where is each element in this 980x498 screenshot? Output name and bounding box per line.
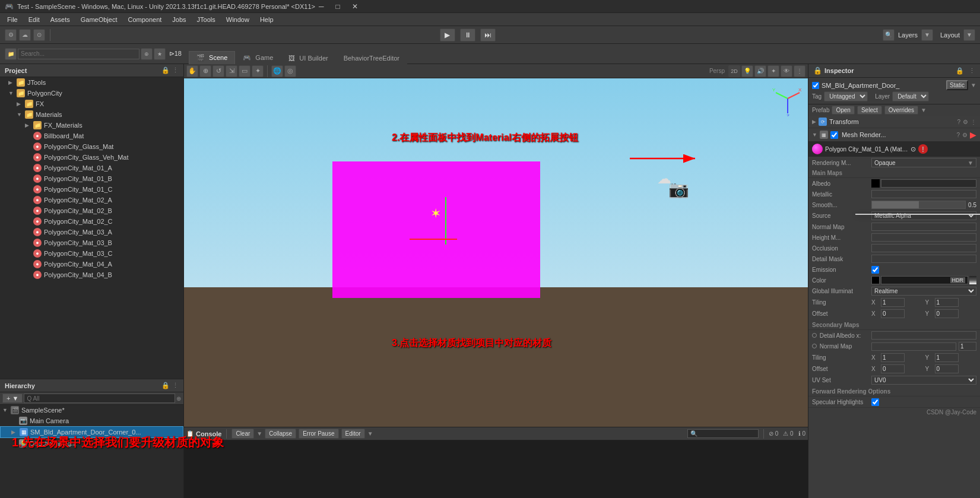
hierarchy-search-input[interactable]	[27, 395, 172, 402]
hierarchy-menu-icon[interactable]: ⋮	[172, 382, 179, 389]
close-button[interactable]: ✕	[348, 2, 361, 11]
menu-jobs[interactable]: Jobs	[167, 15, 191, 24]
detail-albedo-texture[interactable]	[871, 331, 976, 340]
project-search-input[interactable]	[21, 50, 137, 57]
tiling-y-input[interactable]	[935, 298, 959, 307]
vp-menu-btn[interactable]: ⋮	[794, 65, 805, 77]
smoothness-slider[interactable]	[871, 201, 966, 209]
vp-transform-tool[interactable]: ✦	[252, 65, 264, 77]
console-editor-arrow[interactable]: ▼	[367, 430, 373, 437]
normal-map2-value[interactable]	[959, 342, 976, 351]
vp-fx-icon[interactable]: ✦	[767, 65, 779, 77]
vp-audio-icon[interactable]: 🔊	[754, 65, 766, 77]
vp-pivot-icon[interactable]: ◎	[284, 65, 296, 77]
albedo-texture[interactable]	[881, 179, 976, 188]
search-icon[interactable]: 🔍	[883, 29, 895, 41]
cloud-icon[interactable]: ☁	[19, 29, 31, 41]
menu-assets[interactable]: Assets	[46, 15, 75, 24]
step-button[interactable]: ⏭	[480, 28, 496, 42]
project-tree-item[interactable]: ●PolygonCity_Mat_03_B	[0, 237, 183, 248]
project-panel-icon[interactable]: 📁	[5, 48, 17, 60]
vp-2d-btn[interactable]: 2D	[728, 65, 740, 77]
tab-behavior-tree[interactable]: BehaviorTreeEditor	[336, 52, 407, 64]
proj-filter1[interactable]: ⊕	[141, 48, 153, 60]
project-tree-item[interactable]: ●PolygonCity_Mat_02_B	[0, 205, 183, 216]
prefab-open-button[interactable]: Open	[832, 106, 854, 115]
menu-jtools[interactable]: JTools	[192, 15, 220, 24]
offset-x-input[interactable]	[881, 309, 905, 318]
vp-rect-tool[interactable]: ▭	[239, 65, 250, 77]
tab-ui-builder[interactable]: 🖼 UI Builder	[281, 52, 335, 64]
proj-filter2[interactable]: ★	[154, 48, 166, 60]
menu-component[interactable]: Component	[123, 15, 166, 24]
project-tree-item[interactable]: ●PolygonCity_Mat_03_A	[0, 227, 183, 237]
albedo-color[interactable]	[871, 179, 880, 188]
vp-rotate-tool[interactable]: ↺	[213, 65, 224, 77]
offset2-y-input[interactable]	[935, 364, 959, 373]
console-clear-arrow[interactable]: ▼	[256, 430, 262, 437]
height-texture[interactable]	[871, 233, 976, 242]
tiling-x-input[interactable]	[881, 298, 905, 307]
project-tree-item[interactable]: ▶📁JTools	[0, 77, 183, 88]
rendering-dropdown-icon[interactable]: ▼	[968, 160, 973, 166]
minimize-button[interactable]: ─	[315, 2, 328, 11]
hierarchy-lock-icon[interactable]: 🔒	[161, 382, 170, 389]
transform-header[interactable]: ▶ ⟳ Transform ? ⚙ ⋮	[808, 116, 980, 128]
vp-scale-tool[interactable]: ⇲	[226, 65, 237, 77]
tag-dropdown[interactable]: Untagged	[824, 91, 868, 101]
layer-dropdown[interactable]: Default	[892, 91, 929, 101]
mesh-renderer-help-button[interactable]: ?	[956, 132, 960, 138]
layers-dropdown-icon[interactable]: ▼	[921, 29, 933, 41]
project-tree-item[interactable]: ●PolygonCity_Mat_04_A	[0, 259, 183, 269]
menu-file[interactable]: File	[2, 15, 23, 24]
vp-light-icon[interactable]: 💡	[741, 65, 753, 77]
project-tree-item[interactable]: ▼📁Materials	[0, 109, 183, 120]
object-active-checkbox[interactable]	[812, 82, 819, 89]
settings-icon[interactable]: ⊙	[33, 29, 45, 41]
offset2-x-input[interactable]	[881, 364, 905, 373]
project-tree-item[interactable]: ▶📁FX	[0, 99, 183, 109]
color-value[interactable]: HDR	[881, 276, 968, 284]
material-edit-button[interactable]: !	[918, 144, 928, 154]
detail-mask-texture[interactable]	[871, 255, 976, 263]
project-tree-item[interactable]: ●PolygonCity_Mat_01_B	[0, 173, 183, 184]
offset-y-input[interactable]	[935, 309, 959, 318]
mesh-renderer-checkbox[interactable]	[830, 131, 838, 139]
hierarchy-item[interactable]: 📷Main Camera	[0, 415, 183, 426]
tiling2-y-input[interactable]	[935, 353, 959, 362]
project-tree-item[interactable]: ●Billboard_Mat	[0, 131, 183, 141]
material-target-button[interactable]: ⊙	[911, 145, 916, 153]
add-gameobject-button[interactable]: + ▼	[2, 394, 23, 403]
mesh-renderer-header[interactable]: ▼ ▦ Mesh Render... ? ⚙ ▶	[808, 128, 980, 141]
project-menu-icon[interactable]: ⋮	[172, 66, 179, 74]
layout-dropdown-icon[interactable]: ▼	[963, 29, 975, 41]
tiling2-x-input[interactable]	[881, 353, 905, 362]
normal-texture[interactable]	[871, 223, 976, 231]
pause-button[interactable]: ⏸	[460, 28, 475, 42]
prefab-overrides-arrow[interactable]: ▼	[921, 107, 927, 113]
project-lock-icon[interactable]: 🔒	[161, 66, 170, 74]
menu-window[interactable]: Window	[221, 15, 254, 24]
inspector-lock-icon[interactable]: 🔒	[956, 67, 964, 75]
uv-set-dropdown[interactable]: UV0 UV1	[871, 376, 976, 385]
project-tree-item[interactable]: ▼📁PolygonCity	[0, 88, 183, 99]
vp-globe-icon[interactable]: 🌐	[271, 65, 283, 77]
static-dropdown[interactable]: ▼	[971, 82, 976, 88]
tab-scene[interactable]: 🎬 Scene	[189, 51, 235, 64]
project-tree-item[interactable]: ●PolygonCity_Glass_Veh_Mat	[0, 152, 183, 163]
specular-highlights-checkbox[interactable]	[871, 398, 879, 406]
project-tree-item[interactable]: ▶📁FX_Materials	[0, 120, 183, 131]
project-tree-item[interactable]: ●PolygonCity_Mat_03_C	[0, 248, 183, 259]
menu-edit[interactable]: Edit	[24, 15, 45, 24]
occlusion-texture[interactable]	[871, 244, 976, 252]
static-badge[interactable]: Static	[946, 80, 968, 90]
project-tree-item[interactable]: ●PolygonCity_Mat_02_C	[0, 216, 183, 227]
console-editor-button[interactable]: Editor	[341, 429, 365, 439]
transform-settings-button[interactable]: ⚙	[963, 119, 968, 125]
vp-move-tool[interactable]: ⊕	[199, 65, 211, 77]
inspector-menu-icon[interactable]: ⋮	[969, 67, 975, 75]
project-tree-item[interactable]: ●PolygonCity_Mat_04_B	[0, 269, 183, 280]
mesh-renderer-overflow-button[interactable]: ▶	[970, 130, 976, 139]
mesh-renderer-settings-button[interactable]: ⚙	[962, 132, 968, 138]
console-error-pause-button[interactable]: Error Pause	[299, 429, 338, 439]
